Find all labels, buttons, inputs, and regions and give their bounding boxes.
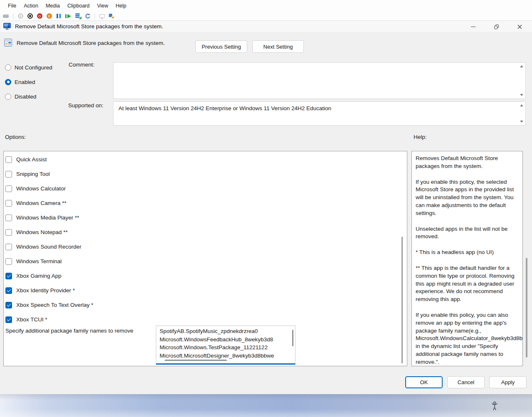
checkbox [5,229,12,236]
state-radio-group: Not Configured Enabled Disabled [5,63,52,107]
help-paragraph: Unselected apps in the list will not be … [416,225,518,241]
policy-setting-icon [4,39,12,48]
previous-setting-button[interactable]: Previous Setting [195,40,247,53]
app-checkbox-row[interactable]: Windows Sound Recorder [4,239,407,254]
app-checkbox-row[interactable]: Xbox TCUI * [4,312,407,327]
checkbox-label: Windows Media Player ** [16,215,79,221]
vm-computer-icon [3,23,11,30]
state-radio[interactable]: Not Configured [5,63,52,72]
scroll-up-icon[interactable] [520,104,523,106]
restore-button[interactable] [485,21,508,32]
supported-on-value: At least Windows 11 Version 24H2 Enterpr… [118,105,331,111]
checkpoint-icon[interactable] [74,13,81,20]
desktop-wallpaper [0,394,532,417]
ctrl-alt-del-icon[interactable] [2,13,9,20]
checkbox-label: Xbox Identity Provider * [16,287,75,294]
menu-item[interactable]: Clipboard [64,3,94,9]
horizontal-scrollbar-thumb[interactable] [165,360,227,361]
app-checkbox-list: Quick Assist Snipping Tool Windows Calcu… [4,152,407,327]
menu-item[interactable]: View [93,3,112,9]
vertical-scrollbar-thumb[interactable] [292,330,293,346]
dialog-scrollbar-thumb[interactable] [526,258,527,358]
vm-menubar: FileActionMediaClipboardViewHelp [0,0,532,12]
checkbox [5,200,12,207]
revert-icon[interactable] [84,13,91,20]
app-checkbox-row[interactable]: Quick Assist [4,152,407,167]
help-panel: Removes Default Microsoft Store packages… [411,151,523,366]
checkbox-label: Windows Notepad ** [16,229,68,235]
checkbox-label: Windows Camera ** [16,200,66,206]
checkbox [5,316,12,323]
menu-item[interactable]: File [4,3,20,9]
package-name-line: Microsoft.MicrosoftDesigner_8wekyb3d8bbw… [160,352,291,360]
help-paragraph: If you enable this policy, you can also … [416,311,518,366]
app-checkbox-row[interactable]: Windows Camera ** [4,196,407,210]
toolbar-separator [13,13,13,19]
comment-input[interactable] [113,62,526,99]
checkbox [5,258,12,265]
start-icon[interactable] [17,13,24,20]
scroll-up-icon[interactable] [520,65,523,67]
options-scrollbar-thumb[interactable] [401,237,403,363]
menu-item[interactable]: Media [42,3,64,9]
radio-circle [5,79,11,85]
reset-icon[interactable] [65,13,71,20]
checkbox-label: Xbox Gaming App [16,273,62,279]
screen: FileActionMediaClipboardViewHelp [0,0,532,417]
checkbox-label: Windows Calculator [16,185,66,192]
package-name-line: SpotifyAB.SpotifyMusic_zpdnekdrzrea0 [160,327,291,336]
scroll-down-icon[interactable] [520,121,523,123]
window-controls [461,21,531,32]
checkbox [5,287,12,294]
comment-label: Comment: [69,62,94,68]
checkbox-label: Xbox TCUI * [16,316,47,323]
close-button[interactable] [508,21,531,32]
shut-down-icon[interactable] [36,13,43,20]
menu-item[interactable]: Action [20,3,42,9]
options-label: Options: [5,134,26,140]
checkbox [5,171,12,178]
app-checkbox-row[interactable]: Windows Terminal [4,254,407,269]
app-checkbox-row[interactable]: Windows Calculator [4,181,407,196]
package-names-listbox[interactable]: SpotifyAB.SpotifyMusic_zpdnekdrzrea0Micr… [156,326,296,365]
ok-button[interactable]: OK [405,376,443,388]
options-panel: Quick Assist Snipping Tool Windows Calcu… [3,151,407,366]
scroll-down-icon[interactable] [520,94,523,96]
save-icon[interactable] [46,13,52,20]
help-paragraph: * This is a headless app (no UI) [416,249,518,257]
state-radio[interactable]: Disabled [5,92,52,101]
app-checkbox-row[interactable]: Windows Media Player ** [4,210,407,225]
checkbox [5,185,12,192]
app-checkbox-row[interactable]: Xbox Identity Provider * [4,283,407,298]
checkbox [5,302,12,308]
app-checkbox-row[interactable]: Windows Notepad ** [4,225,407,239]
vm-toolbar [0,12,532,21]
app-checkbox-row[interactable]: Xbox Speech To Text Overlay * [4,298,407,312]
radio-circle [5,64,11,71]
supported-on-box[interactable]: At least Windows 11 Version 24H2 Enterpr… [113,101,526,126]
radio-circle [5,94,11,100]
checkbox-label: Windows Sound Recorder [16,244,81,250]
apply-button[interactable]: Apply [489,376,527,388]
help-paragraph: Removes Default Microsoft Store packages… [416,155,518,170]
radio-label: Enabled [15,79,35,85]
window-title: Remove Default Microsoft Store packages … [15,23,163,30]
radio-label: Not Configured [15,64,52,71]
help-paragraph: ** This app is the default handler for a… [416,264,518,303]
app-checkbox-row[interactable]: Xbox Gaming App [4,269,407,283]
minimize-button[interactable] [461,21,485,32]
devices-icon[interactable] [108,13,115,20]
app-checkbox-row[interactable]: Snipping Tool [4,167,407,181]
state-radio[interactable]: Enabled [5,78,52,86]
checkbox [5,244,12,250]
pause-icon[interactable] [55,13,62,20]
menu-item[interactable]: Help [112,3,130,9]
next-setting-button[interactable]: Next Setting [252,40,304,53]
turn-off-icon[interactable] [27,13,33,20]
radio-label: Disabled [15,94,37,100]
checkbox [5,215,12,221]
accessibility-icon[interactable] [490,401,500,412]
enhanced-session-icon[interactable] [99,13,105,20]
toolbar-separator [94,13,95,19]
cancel-button[interactable]: Cancel [447,376,485,388]
